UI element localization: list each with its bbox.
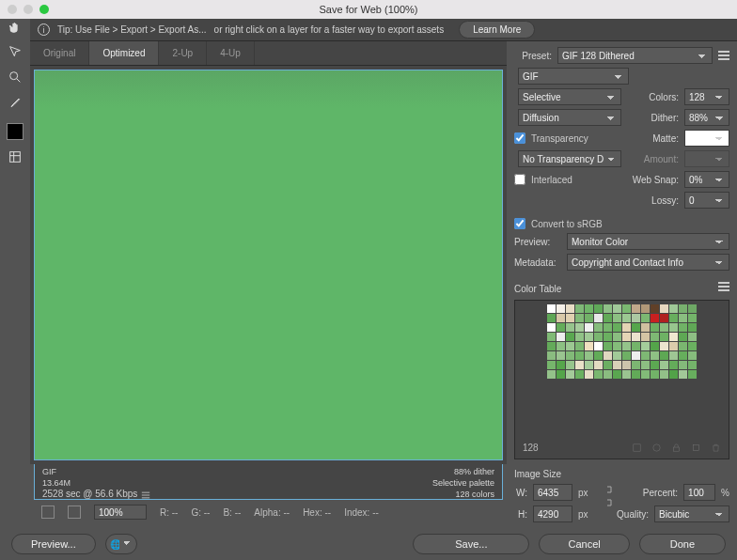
tab-2up[interactable]: 2-Up	[159, 41, 207, 65]
download-time-menu-icon[interactable]	[142, 491, 149, 498]
color-swatch[interactable]	[660, 314, 668, 322]
ct-trash-icon[interactable]	[711, 443, 721, 453]
color-swatch[interactable]	[557, 323, 565, 332]
link-dimensions-icon[interactable]	[605, 485, 615, 507]
color-swatch[interactable]	[604, 351, 612, 360]
color-swatch[interactable]	[688, 351, 697, 360]
color-swatch[interactable]	[557, 361, 565, 369]
color-swatch[interactable]	[585, 304, 593, 313]
color-swatch[interactable]	[688, 342, 697, 350]
color-swatch[interactable]	[575, 333, 584, 341]
color-swatch[interactable]	[660, 361, 668, 369]
interlaced-checkbox[interactable]	[514, 174, 525, 185]
color-swatch[interactable]	[632, 370, 640, 379]
color-swatch[interactable]	[547, 342, 556, 350]
color-swatch[interactable]	[594, 351, 603, 360]
color-swatch[interactable]	[651, 370, 659, 379]
eyedropper-tool-icon[interactable]	[7, 94, 24, 111]
color-swatch[interactable]	[651, 323, 659, 332]
color-swatch[interactable]	[679, 323, 687, 332]
color-swatch[interactable]	[669, 342, 678, 350]
color-swatch[interactable]	[575, 323, 584, 332]
color-swatch[interactable]	[622, 361, 631, 369]
dither-method-select[interactable]: Diffusion	[518, 109, 621, 126]
color-swatch[interactable]	[660, 342, 668, 350]
color-swatch[interactable]	[594, 314, 603, 322]
color-swatch[interactable]	[641, 361, 650, 369]
color-swatch[interactable]	[566, 351, 574, 360]
transparency-checkbox[interactable]	[514, 132, 525, 144]
tab-original[interactable]: Original	[30, 41, 89, 65]
color-swatch[interactable]	[594, 342, 603, 350]
tab-4up[interactable]: 4-Up	[207, 41, 255, 65]
zoom-select[interactable]: 100%	[94, 505, 147, 520]
color-swatch[interactable]	[575, 304, 584, 313]
quality-select[interactable]: Bicubic	[654, 506, 729, 522]
color-swatch[interactable]	[688, 333, 697, 341]
width-input[interactable]	[533, 484, 572, 501]
color-swatch[interactable]	[557, 333, 565, 341]
color-swatch[interactable]	[613, 342, 621, 350]
cancel-button[interactable]: Cancel	[539, 534, 629, 554]
color-swatch[interactable]	[575, 314, 584, 322]
color-swatch[interactable]	[622, 333, 631, 341]
color-swatch[interactable]	[575, 361, 584, 369]
color-swatch[interactable]	[594, 361, 603, 369]
color-swatch[interactable]	[622, 314, 631, 322]
color-swatch[interactable]	[660, 351, 668, 360]
color-swatch[interactable]	[679, 342, 687, 350]
color-swatch[interactable]	[669, 361, 678, 369]
percent-input[interactable]	[683, 484, 715, 501]
preview-button[interactable]: Preview...	[11, 534, 96, 554]
color-swatch[interactable]	[585, 314, 593, 322]
websnap-select[interactable]: 0%	[684, 171, 729, 188]
color-swatch[interactable]	[604, 304, 612, 313]
color-swatch[interactable]	[669, 323, 678, 332]
color-swatch[interactable]	[641, 333, 650, 341]
color-swatch[interactable]	[660, 323, 668, 332]
color-swatch[interactable]	[641, 323, 650, 332]
color-swatch[interactable]	[594, 323, 603, 332]
color-swatch[interactable]	[688, 314, 697, 322]
preset-menu-icon[interactable]	[718, 51, 729, 60]
ct-lock-icon[interactable]	[671, 443, 682, 453]
color-swatch[interactable]	[575, 370, 584, 379]
dither-select[interactable]: 88%	[684, 109, 729, 126]
color-swatch[interactable]	[566, 333, 574, 341]
lossy-select[interactable]: 0	[684, 192, 729, 209]
color-swatch[interactable]	[604, 323, 612, 332]
slice-select-tool-icon[interactable]	[7, 43, 24, 60]
color-swatch[interactable]	[557, 342, 565, 350]
preview-canvas[interactable]	[34, 70, 503, 460]
color-swatch[interactable]	[613, 314, 621, 322]
color-swatch[interactable]	[613, 351, 621, 360]
colors-select[interactable]: 128	[684, 88, 729, 105]
color-swatch[interactable]	[557, 351, 565, 360]
color-swatch[interactable]	[660, 370, 668, 379]
color-swatch[interactable]	[585, 370, 593, 379]
color-swatch[interactable]	[632, 323, 640, 332]
metadata-select[interactable]: Copyright and Contact Info	[567, 254, 729, 271]
height-input[interactable]	[533, 506, 572, 522]
color-swatch[interactable]	[669, 314, 678, 322]
color-swatch[interactable]	[651, 333, 659, 341]
color-swatch[interactable]	[688, 304, 697, 313]
browser-preview-select[interactable]: 🌐	[105, 534, 137, 554]
color-swatch[interactable]	[679, 304, 687, 313]
color-swatch[interactable]	[651, 314, 659, 322]
color-swatch[interactable]	[604, 314, 612, 322]
color-swatch[interactable]	[557, 370, 565, 379]
ct-snap-icon[interactable]	[632, 443, 642, 453]
color-swatch[interactable]	[613, 333, 621, 341]
color-swatch[interactable]	[613, 304, 621, 313]
preset-select[interactable]: GIF 128 Dithered	[557, 47, 713, 64]
color-swatch[interactable]	[669, 304, 678, 313]
color-swatch[interactable]	[604, 333, 612, 341]
eyedropper-color-swatch[interactable]	[7, 123, 24, 140]
color-swatch[interactable]	[641, 314, 650, 322]
color-swatch[interactable]	[679, 333, 687, 341]
matte-select[interactable]	[684, 130, 729, 147]
color-swatch[interactable]	[651, 342, 659, 350]
color-swatch[interactable]	[613, 361, 621, 369]
srgb-checkbox[interactable]	[514, 218, 525, 229]
